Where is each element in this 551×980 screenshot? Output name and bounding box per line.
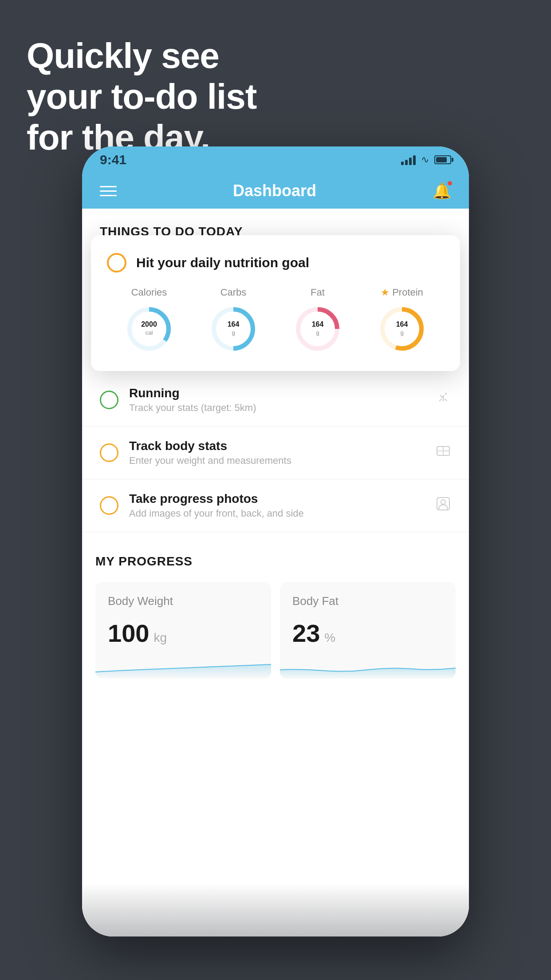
running-icon <box>435 390 451 410</box>
nutrition-circles: Calories 2000 cal Carbs 164 g <box>107 287 444 353</box>
todo-item-photos[interactable]: Take progress photos Add images of your … <box>82 479 469 532</box>
body-stats-title: Track body stats <box>129 439 425 453</box>
svg-point-20 <box>441 500 445 504</box>
protein-label: ★ Protein <box>381 287 423 298</box>
menu-button[interactable] <box>100 186 117 196</box>
body-weight-value: 100 <box>108 619 149 648</box>
body-stats-subtitle: Enter your weight and measurements <box>129 455 425 466</box>
nutrition-item-protein: ★ Protein 164 g <box>378 287 426 353</box>
body-fat-chart <box>280 656 456 679</box>
progress-header: MY PROGRESS <box>95 554 456 569</box>
body-weight-card[interactable]: Body Weight 100 kg <box>95 582 271 679</box>
svg-text:2000: 2000 <box>141 320 157 328</box>
status-icons: ∿ <box>401 154 451 166</box>
nutrition-item-fat: Fat 164 g <box>293 287 342 353</box>
photos-subtitle: Add images of your front, back, and side <box>129 508 425 519</box>
nav-bar: Dashboard 🔔 <box>82 173 469 209</box>
person-icon <box>435 496 451 515</box>
app-headline: Quickly see your to-do list for the day. <box>27 36 256 158</box>
body-fat-card[interactable]: Body Fat 23 % <box>280 582 456 679</box>
carbs-label: Carbs <box>220 287 247 298</box>
nutrition-item-carbs: Carbs 164 g <box>209 287 258 353</box>
status-time: 9:41 <box>100 152 126 167</box>
notification-button[interactable]: 🔔 <box>433 182 451 200</box>
svg-text:164: 164 <box>228 320 240 328</box>
svg-text:164: 164 <box>312 320 324 328</box>
svg-text:cal: cal <box>146 329 153 336</box>
running-check <box>100 391 118 409</box>
photos-title: Take progress photos <box>129 492 425 506</box>
calories-label: Calories <box>131 287 167 298</box>
nutrition-check-circle <box>107 253 126 273</box>
body-weight-chart <box>95 656 271 679</box>
body-fat-unit: % <box>324 631 335 645</box>
svg-text:164: 164 <box>396 320 408 328</box>
progress-cards: Body Weight 100 kg <box>95 582 456 679</box>
photos-check <box>100 496 118 515</box>
body-weight-unit: kg <box>153 631 167 645</box>
body-fat-value: 23 <box>292 619 320 648</box>
body-weight-label: Body Weight <box>108 594 259 608</box>
scale-icon <box>435 443 451 462</box>
battery-icon <box>434 155 451 164</box>
body-fat-label: Body Fat <box>292 594 443 608</box>
todo-item-running[interactable]: Running Track your stats (target: 5km) <box>82 374 469 427</box>
signal-icon <box>401 154 416 165</box>
nutrition-item-calories: Calories 2000 cal <box>125 287 173 353</box>
status-bar: 9:41 ∿ <box>82 146 469 173</box>
nav-title: Dashboard <box>233 182 316 200</box>
notification-badge <box>447 180 453 186</box>
progress-section: MY PROGRESS Body Weight 100 kg <box>82 532 469 692</box>
phone-mockup: 9:41 ∿ Dashboard 🔔 THINGS TO DO TODAY <box>82 146 469 937</box>
body-stats-check <box>100 443 118 462</box>
todo-list: Running Track your stats (target: 5km) T… <box>82 374 469 532</box>
wifi-icon: ∿ <box>421 154 429 166</box>
nutrition-card-title: Hit your daily nutrition goal <box>136 255 309 270</box>
running-subtitle: Track your stats (target: 5km) <box>129 402 425 414</box>
running-title: Running <box>129 386 425 400</box>
app-content: THINGS TO DO TODAY Hit your daily nutrit… <box>82 209 469 937</box>
svg-text:g: g <box>400 329 403 336</box>
todo-item-body-stats[interactable]: Track body stats Enter your weight and m… <box>82 427 469 479</box>
svg-text:g: g <box>316 329 319 336</box>
fat-label: Fat <box>311 287 325 298</box>
svg-text:g: g <box>232 329 235 336</box>
star-icon: ★ <box>381 287 390 298</box>
nutrition-card[interactable]: Hit your daily nutrition goal Calories 2… <box>91 235 460 371</box>
